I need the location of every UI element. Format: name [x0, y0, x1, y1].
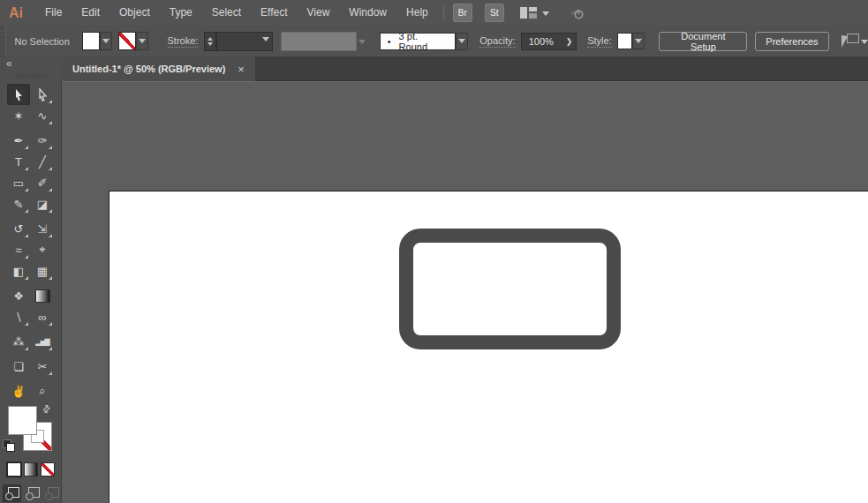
eraser-tool[interactable]: ◪: [31, 193, 54, 214]
tools-panel-grip[interactable]: [17, 73, 47, 79]
lasso-tool[interactable]: ∿: [31, 105, 54, 126]
gradient-tool[interactable]: [31, 285, 54, 306]
menu-window[interactable]: Window: [339, 0, 396, 26]
hand-tool[interactable]: ✌: [7, 380, 30, 402]
artboard-icon: ❏: [13, 360, 24, 373]
none-button[interactable]: [41, 462, 55, 477]
stock-button[interactable]: St: [485, 4, 504, 22]
symbol-sprayer-tool[interactable]: ⁂: [7, 331, 30, 352]
controlbar-grip[interactable]: [0, 26, 6, 56]
menu-view[interactable]: View: [298, 0, 340, 26]
stroke-color-swatch[interactable]: [118, 32, 136, 50]
curvature-tool[interactable]: ✑: [31, 130, 54, 151]
opacity-label[interactable]: Opacity:: [479, 35, 515, 48]
color-button[interactable]: [7, 462, 21, 477]
stroke-dropdown-button[interactable]: [136, 32, 148, 50]
rounded-rectangle-shape[interactable]: [399, 229, 621, 349]
pencil-tool[interactable]: ✎: [7, 193, 30, 214]
menu-bar: Ai File Edit Object Type Select Effect V…: [0, 0, 868, 26]
selection-status: No Selection: [14, 36, 72, 47]
control-bar: No Selection Stroke: • 3 pt. Round Opaci…: [0, 26, 868, 57]
default-fill-stroke-icon[interactable]: [3, 439, 15, 452]
width-tool[interactable]: ≈: [7, 239, 30, 260]
type-tool[interactable]: T: [7, 151, 30, 172]
magic-wand-tool[interactable]: ✶: [7, 105, 30, 126]
close-tab-icon[interactable]: ×: [238, 64, 245, 75]
chevron-down-icon: [262, 37, 269, 45]
menu-select[interactable]: Select: [202, 0, 251, 26]
slice-tool[interactable]: ✂: [31, 356, 54, 377]
chevron-down-icon[interactable]: [542, 11, 549, 19]
draw-behind-button[interactable]: [23, 484, 42, 502]
paintbrush-tool[interactable]: ✐: [31, 172, 54, 193]
menu-type[interactable]: Type: [160, 0, 202, 26]
document-tab[interactable]: Untitled-1* @ 50% (RGB/Preview) ×: [62, 56, 255, 81]
brush-dropdown-button[interactable]: [456, 33, 468, 50]
opacity-field: ❯: [521, 33, 577, 50]
menu-help[interactable]: Help: [396, 0, 438, 26]
width-icon: ≈: [15, 244, 21, 257]
collapse-panel-icon[interactable]: «: [6, 57, 12, 70]
style-label[interactable]: Style:: [587, 35, 612, 48]
brush-definition-field[interactable]: • 3 pt. Round: [380, 33, 457, 50]
swap-fill-stroke-icon[interactable]: ⇄: [40, 402, 54, 417]
bridge-button[interactable]: Br: [453, 4, 472, 22]
chevron-down-icon: [635, 39, 642, 47]
eyedropper-tool[interactable]: ∖: [7, 306, 30, 327]
pen-icon: ✒: [14, 134, 24, 147]
style-swatch[interactable]: [617, 33, 633, 49]
pen-tool[interactable]: ✒: [7, 130, 30, 151]
stroke-weight-stepper[interactable]: [204, 32, 216, 51]
mesh-tool[interactable]: ❖: [7, 285, 30, 306]
chevron-down-icon[interactable]: [861, 40, 868, 48]
perspective-grid-tool[interactable]: ▦: [31, 260, 54, 282]
sync-status-icon[interactable]: [569, 5, 585, 21]
fill-dropdown-button[interactable]: [100, 32, 112, 50]
chevron-down-icon: [102, 39, 109, 47]
stepper-down-icon[interactable]: [208, 42, 213, 49]
arrange-documents-icon[interactable]: [520, 7, 537, 19]
mesh-icon: ❖: [13, 289, 24, 303]
rectangle-tool[interactable]: ▭: [7, 172, 30, 193]
preferences-button[interactable]: Preferences: [755, 32, 828, 51]
eraser-icon: ◪: [37, 198, 48, 211]
scale-tool[interactable]: ⇲: [31, 218, 54, 239]
puppet-warp-tool[interactable]: ⌖: [31, 239, 54, 260]
pencil-icon: ✎: [14, 198, 24, 211]
gradient-button[interactable]: [24, 462, 38, 477]
direct-selection-tool[interactable]: [31, 84, 54, 105]
menu-edit[interactable]: Edit: [72, 0, 109, 26]
zoom-tool[interactable]: ⌕: [31, 380, 54, 402]
shape-builder-tool[interactable]: ◧: [7, 260, 30, 282]
fill-stroke-indicator: ⇄: [0, 404, 61, 455]
tools-panel-header: «: [0, 56, 62, 81]
document-setup-button[interactable]: Document Setup: [659, 32, 747, 51]
fill-swatch-white[interactable]: [8, 406, 37, 435]
style-dropdown-button[interactable]: [632, 33, 645, 49]
menu-effect[interactable]: Effect: [251, 0, 297, 26]
opacity-input[interactable]: [527, 35, 562, 48]
fill-color-swatch[interactable]: [82, 32, 100, 50]
rotate-tool[interactable]: ↺: [7, 218, 30, 239]
curvature-icon: ✑: [38, 134, 48, 147]
selection-tool[interactable]: [7, 84, 30, 105]
menu-file[interactable]: File: [35, 0, 72, 26]
opacity-options-arrow-icon[interactable]: ❯: [562, 37, 577, 46]
workspace-icon[interactable]: [840, 34, 857, 49]
artboard-tool[interactable]: ❏: [7, 356, 30, 377]
zoom-icon: ⌕: [39, 384, 45, 398]
canvas-area[interactable]: [62, 81, 868, 503]
chevron-down-icon: [458, 39, 465, 47]
stroke-weight-label[interactable]: Stroke:: [168, 35, 199, 48]
column-graph-tool[interactable]: ▂▅▇: [31, 331, 54, 352]
type-icon: T: [15, 155, 22, 169]
draw-normal-button[interactable]: [3, 484, 21, 502]
chevron-down-icon: [359, 40, 366, 48]
hand-icon: ✌: [11, 385, 26, 398]
stepper-up-icon[interactable]: [208, 34, 213, 41]
menu-object[interactable]: Object: [109, 0, 160, 26]
line-segment-tool[interactable]: ╱: [31, 151, 54, 172]
stroke-weight-dropdown[interactable]: [216, 32, 272, 51]
scale-icon: ⇲: [38, 222, 48, 236]
blend-tool[interactable]: ∞: [31, 306, 54, 327]
